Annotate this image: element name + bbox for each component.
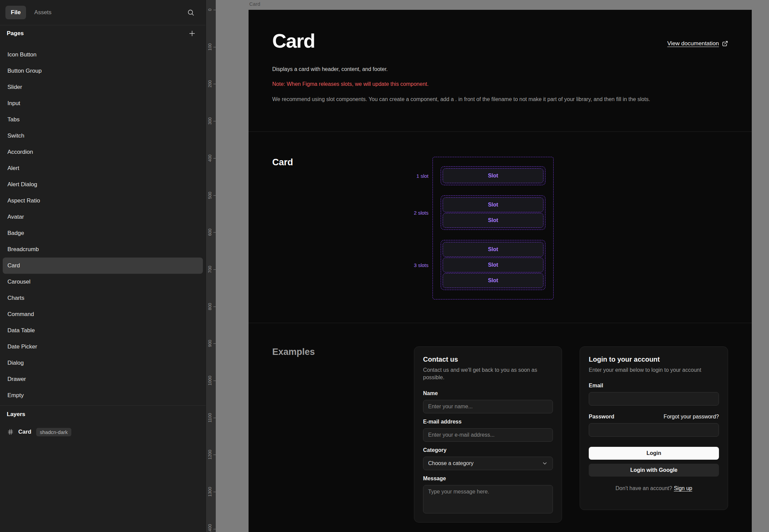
sidebar-page-icon-button[interactable]: Icon Button <box>3 47 203 63</box>
sidebar-page-charts[interactable]: Charts <box>3 290 203 306</box>
login-card-subtitle: Enter your email below to login to your … <box>589 366 719 374</box>
layer-name: Card <box>18 429 31 435</box>
layers-title: Layers <box>0 406 206 423</box>
message-label: Message <box>423 476 553 482</box>
login-email-label: Email <box>589 383 719 389</box>
slot[interactable]: Slot <box>443 258 543 272</box>
slot[interactable]: Slot <box>443 242 543 257</box>
layer-row-card[interactable]: Card shadcn-dark <box>0 423 206 441</box>
slot-count-label: 1 slot <box>395 173 428 179</box>
add-page-button[interactable] <box>187 28 197 39</box>
page-label: Badge <box>7 230 24 237</box>
tab-assets[interactable]: Assets <box>29 6 57 19</box>
slot-count-label: 2 slots <box>395 210 428 216</box>
login-button[interactable]: Login <box>589 447 719 460</box>
pages-list: Icon Button Button Group Slider Input Ta… <box>0 42 206 404</box>
view-documentation-link[interactable]: View documentation <box>667 40 728 47</box>
page-label: Input <box>7 100 20 107</box>
view-documentation-label: View documentation <box>667 40 719 47</box>
page-label: Card <box>7 262 20 269</box>
layers-section: Layers Card shadcn-dark <box>0 405 206 441</box>
component-note: Note: When Figma releases slots, we will… <box>272 81 428 87</box>
sidebar-page-data-table[interactable]: Data Table <box>3 322 203 339</box>
slot-rows: 1 slotSlot2 slotsSlotSlot3 slotsSlotSlot… <box>395 157 554 299</box>
sidebar-page-button-group[interactable]: Button Group <box>3 63 203 79</box>
pages-title: Pages <box>7 30 24 37</box>
sidebar: File Assets Pages Icon Button Butto <box>0 0 206 532</box>
sidebar-page-drawer[interactable]: Drawer <box>3 371 203 387</box>
sidebar-page-breadcrumb[interactable]: Breadcrumb <box>3 241 203 258</box>
sidebar-page-tabs[interactable]: Tabs <box>3 112 203 128</box>
sidebar-tab-bar: File Assets <box>0 0 206 25</box>
login-card: Login to your account Enter your email b… <box>580 346 728 510</box>
login-email-input[interactable] <box>589 392 719 406</box>
section-divider <box>249 131 752 132</box>
sidebar-page-empty[interactable]: Empty <box>3 387 203 404</box>
layer-badge: shadcn-dark <box>36 428 72 436</box>
sidebar-page-date-picker[interactable]: Date Picker <box>3 339 203 355</box>
page-label: Switch <box>7 132 24 139</box>
signup-row: Don't have an account?Sign up <box>589 485 719 491</box>
category-select[interactable]: Choose a category <box>423 457 553 470</box>
frame-label[interactable]: Card <box>249 1 260 7</box>
login-password-input[interactable] <box>589 423 719 437</box>
search-icon[interactable] <box>185 6 197 19</box>
slot[interactable]: Slot <box>443 168 543 183</box>
sidebar-page-badge[interactable]: Badge <box>3 225 203 241</box>
contact-card-subtitle: Contact us and we'll get back to you as … <box>423 366 553 382</box>
login-google-button[interactable]: Login with Google <box>589 464 719 477</box>
slot[interactable]: Slot <box>443 197 543 212</box>
tab-file[interactable]: File <box>5 6 26 19</box>
contact-card-title: Contact us <box>423 356 553 363</box>
sidebar-page-switch[interactable]: Switch <box>3 128 203 144</box>
sidebar-page-alert[interactable]: Alert <box>3 160 203 176</box>
message-textarea[interactable] <box>423 485 553 513</box>
slot-count-label: 3 slots <box>395 262 428 268</box>
card-section-heading: Card <box>272 157 293 168</box>
page-label: Carousel <box>7 279 30 285</box>
sidebar-page-alert-dialog[interactable]: Alert Dialog <box>3 176 203 193</box>
contact-card: Contact us Contact us and we'll get back… <box>414 346 562 523</box>
page-label: Dialog <box>7 360 24 366</box>
slot-group: SlotSlotSlot <box>441 240 545 290</box>
email-input[interactable] <box>423 428 553 442</box>
category-select-value: Choose a category <box>428 460 473 466</box>
sidebar-page-slider[interactable]: Slider <box>3 79 203 95</box>
slot-demo: 1 slotSlot2 slotsSlotSlot3 slotsSlotSlot… <box>395 157 554 299</box>
slot-row: 3 slotsSlotSlotSlot <box>395 240 545 290</box>
sidebar-page-accordion[interactable]: Accordion <box>3 144 203 160</box>
sidebar-page-input[interactable]: Input <box>3 95 203 112</box>
page-label: Charts <box>7 295 24 301</box>
login-password-label: Password <box>589 414 614 420</box>
signup-text: Don't have an account? <box>615 485 672 491</box>
signup-link[interactable]: Sign up <box>674 485 692 491</box>
sidebar-page-carousel[interactable]: Carousel <box>3 274 203 290</box>
component-description: Displays a card with header, content, an… <box>272 66 388 72</box>
page-label: Alert Dialog <box>7 181 37 188</box>
sidebar-page-avatar[interactable]: Avatar <box>3 209 203 225</box>
page-label: Data Table <box>7 327 35 334</box>
page-label: Breadcrumb <box>7 246 39 253</box>
component-recommendation: We recommend using slot components. You … <box>272 95 650 104</box>
login-email-field: Email <box>589 383 719 406</box>
sidebar-page-command[interactable]: Command <box>3 306 203 322</box>
slot[interactable]: Slot <box>443 213 543 228</box>
page-label: Icon Button <box>7 51 37 58</box>
sidebar-page-aspect-ratio[interactable]: Aspect Ratio <box>3 193 203 209</box>
email-field: E-mail address <box>423 419 553 442</box>
slot[interactable]: Slot <box>443 273 543 288</box>
slot-group: Slot <box>441 166 545 185</box>
frame-icon <box>7 428 14 436</box>
category-field: Category Choose a category <box>423 447 553 470</box>
forgot-password-link[interactable]: Forgot your password? <box>663 414 719 420</box>
page-label: Alert <box>7 165 19 172</box>
page-title: Card <box>272 29 315 52</box>
canvas[interactable]: Card Card View documentation Displays a … <box>216 0 769 532</box>
name-input[interactable] <box>423 400 553 413</box>
sidebar-page-card[interactable]: Card <box>3 258 203 274</box>
page-label: Accordion <box>7 149 33 155</box>
section-divider <box>249 323 752 323</box>
sidebar-page-dialog[interactable]: Dialog <box>3 355 203 371</box>
page-label: Aspect Ratio <box>7 197 40 204</box>
page-label: Slider <box>7 84 22 91</box>
